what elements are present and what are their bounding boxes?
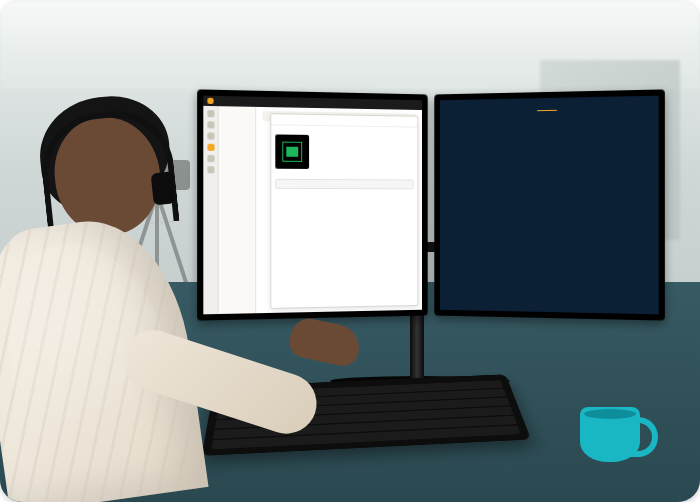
tier-label (275, 174, 413, 175)
sponsors-page (440, 96, 659, 315)
sponsors-grid (440, 115, 659, 314)
sponsor-list-item[interactable] (221, 122, 253, 123)
name-label (275, 129, 413, 131)
sponsor-list-item[interactable] (221, 117, 253, 118)
name-field (275, 129, 413, 132)
logo-caption (275, 171, 413, 172)
nav-rail (203, 106, 218, 314)
sponsor-list-item[interactable] (221, 114, 253, 115)
attendees-icon[interactable] (207, 155, 214, 162)
name-value[interactable] (275, 130, 413, 132)
tier-field (275, 174, 413, 176)
monitor-right (434, 89, 665, 320)
sponsor-list-item[interactable] (221, 125, 253, 126)
sponsor-list (219, 106, 257, 314)
sponsor-list-item[interactable] (221, 119, 253, 120)
sponsors-icon[interactable] (207, 144, 214, 151)
brand-icon (207, 98, 213, 104)
logo-field (275, 133, 413, 171)
agenda-icon[interactable] (207, 121, 214, 128)
tier-value[interactable] (275, 175, 413, 176)
editor-app (203, 96, 422, 315)
description-field (275, 178, 413, 190)
sponsor-list-heading (221, 109, 253, 110)
coffee-mug (580, 407, 640, 462)
logo-preview[interactable] (275, 134, 413, 171)
edit-sponsor-panel (270, 113, 418, 309)
settings-icon[interactable] (207, 166, 214, 173)
workspace-photo (0, 0, 700, 502)
heading-divider (537, 110, 557, 111)
speakers-icon[interactable] (207, 132, 214, 139)
richtext-toolbar (275, 179, 413, 190)
monitor-left (197, 89, 428, 320)
sponsor-list-item[interactable] (221, 112, 253, 113)
content-area (256, 107, 422, 313)
home-icon[interactable] (207, 110, 214, 117)
